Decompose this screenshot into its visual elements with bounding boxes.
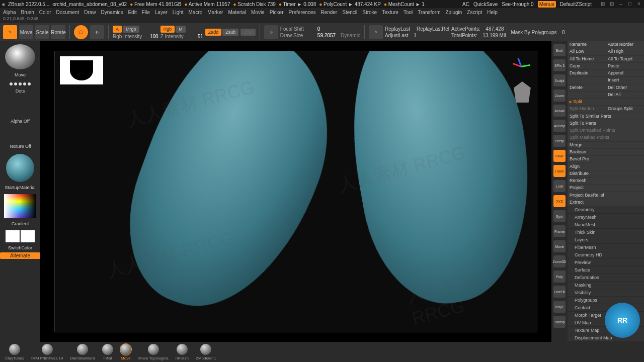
ricon-zoom3d[interactable]: Zoom3D — [553, 255, 566, 267]
menu-zplugin[interactable]: Zplugin — [446, 10, 462, 15]
seethrough-control[interactable]: See-through 0 — [502, 2, 533, 7]
ricon-zoom[interactable]: Zoom — [553, 89, 566, 102]
ricon-transp[interactable]: Transp — [553, 316, 566, 328]
rp-sub-masking[interactable]: Masking — [568, 282, 644, 289]
rp-duplicate[interactable]: Duplicate — [568, 70, 606, 77]
brush-move[interactable]: Move — [120, 344, 131, 360]
rgb-intensity-value[interactable]: 100 — [150, 34, 158, 39]
layout-icon[interactable]: ⊞ — [600, 1, 606, 7]
focal-shift-value[interactable]: 0 — [317, 26, 320, 32]
a-button[interactable]: A — [113, 26, 122, 33]
menu-movie[interactable]: Movie — [251, 10, 265, 15]
rp-del-other[interactable]: Del Other — [606, 84, 644, 92]
m-button[interactable]: M — [176, 26, 186, 33]
brush-imm-primitives[interactable]: IMM Primitives 14 — [31, 344, 63, 360]
rp-sub-fibermesh[interactable]: FiberMesh — [568, 244, 644, 251]
reference-thumbnail[interactable] — [60, 56, 103, 84]
brush-hpolish[interactable]: hPolish — [176, 344, 189, 360]
rp-split-hidden[interactable]: Split Hidden — [568, 106, 606, 113]
menu-macro[interactable]: Macro — [189, 10, 203, 15]
rp-split-unmasked-points[interactable]: Split Unmasked Points — [568, 127, 644, 134]
menu-file[interactable]: File — [142, 10, 150, 15]
rp-append[interactable]: Append — [606, 70, 644, 77]
ricon-xyz[interactable]: XYZ — [553, 195, 566, 207]
ricon-brsh[interactable]: Brsh — [553, 44, 566, 56]
menu-material[interactable]: Material — [228, 10, 246, 15]
draw-size-value[interactable]: 59.2057 — [317, 33, 336, 38]
rp-sub-visibility[interactable]: Visibility — [568, 289, 644, 297]
rp-distribute[interactable]: Distribute — [568, 170, 644, 177]
rp-sub-geometry[interactable]: Geometry — [568, 206, 644, 214]
rp-merge[interactable]: Merge — [568, 142, 644, 149]
brush-zmodeler[interactable]: ZModeler 1 — [196, 344, 216, 360]
rp-delete[interactable]: Delete — [568, 84, 606, 92]
scale-mode-icon[interactable]: Scale — [35, 25, 49, 39]
axis-gizmo[interactable] — [510, 55, 533, 78]
layout2-icon[interactable]: ⊟ — [609, 1, 615, 7]
move-mode-icon[interactable]: Move — [19, 25, 33, 39]
rotate-mode-icon[interactable]: Rotate — [51, 25, 65, 39]
menu-marker[interactable]: Marker — [207, 10, 223, 15]
replaylastrel-button[interactable]: ReplayLastRel — [417, 26, 449, 32]
rp-autoreorder[interactable]: AutoReorder — [606, 41, 644, 48]
rp-split-to-parts[interactable]: Split To Parts — [568, 120, 644, 127]
brush-inflat[interactable]: Inflat — [102, 344, 113, 360]
menu-alpha[interactable]: Alpha — [3, 10, 16, 15]
ricon-frame[interactable]: Frame — [553, 225, 566, 237]
focal-icon[interactable]: ◎ — [264, 25, 278, 39]
rp-sub-nanomesh[interactable]: NanoMesh — [568, 221, 644, 229]
rp-bevel-pro[interactable]: Bevel Pro — [568, 156, 644, 163]
rp-extract[interactable]: Extract — [568, 199, 644, 206]
sculptris-icon[interactable]: ◐ — [90, 25, 104, 39]
replaylast-button[interactable]: ReplayLast — [385, 26, 410, 32]
ricon-axhelp[interactable]: AxHelp — [553, 120, 566, 132]
menu-zscript[interactable]: Zscript — [467, 10, 482, 15]
rp-copy[interactable]: Copy — [568, 63, 606, 70]
material-swatch[interactable] — [6, 154, 34, 182]
rp-project-basrelief[interactable]: Project BasRelief — [568, 192, 644, 199]
rp-all-high[interactable]: All High — [606, 48, 644, 55]
ricon-poly[interactable]: Poly — [553, 270, 566, 283]
menu-transform[interactable]: Transform — [418, 10, 440, 15]
maximize-icon[interactable]: □ — [627, 1, 633, 7]
ricon-spix3[interactable]: SPix 3 — [553, 59, 566, 71]
mask-polygroups-value[interactable]: 0 — [562, 30, 565, 35]
rp-all-low[interactable]: All Low — [568, 48, 606, 55]
rp-split-masked-points[interactable]: Split Masked Points — [568, 134, 644, 141]
menu-stroke[interactable]: Stroke — [362, 10, 377, 15]
gradient-label[interactable]: Gradient — [12, 221, 29, 226]
rp-sub-displacement-map[interactable]: Displacement Map — [568, 334, 644, 342]
menu-tool[interactable]: Tool — [404, 10, 413, 15]
zcut-button[interactable]: Zcut — [240, 29, 256, 36]
minimize-icon[interactable]: – — [618, 1, 624, 7]
ricon-sculpt[interactable]: Sculpt — [553, 74, 566, 86]
rp-align[interactable]: Align — [568, 163, 644, 170]
menu-color[interactable]: Color — [39, 10, 51, 15]
color-swatches[interactable] — [6, 230, 35, 242]
switchcolor-label[interactable]: SwitchColor — [8, 245, 32, 250]
stroke-dots-icon[interactable] — [10, 82, 31, 85]
adjustlast-value[interactable]: 1 — [414, 33, 417, 38]
gizmo-icon[interactable]: ◯ — [74, 25, 88, 39]
rp-sub-geometry-hd[interactable]: Geometry HD — [568, 251, 644, 259]
menu-help[interactable]: Help — [487, 10, 498, 15]
mrgb-button[interactable]: Mrgb — [123, 26, 139, 33]
alternate-button[interactable]: Alternate — [0, 252, 40, 259]
viewport[interactable]: 人人素材 RRCG 人人素材 RRCG 人人素材 RRCG 人人素材 RRCG — [54, 51, 537, 332]
rp-split-to-similar-parts[interactable]: Split To Similar Parts — [568, 113, 644, 120]
menu-stencil[interactable]: Stencil — [342, 10, 357, 15]
rp-sub-arraymesh[interactable]: ArrayMesh — [568, 214, 644, 221]
rp-paste[interactable]: Paste — [606, 63, 644, 70]
menu-layer[interactable]: Layer — [155, 10, 168, 15]
rp-all-to-home[interactable]: All To Home — [568, 56, 606, 63]
quicksave-button[interactable]: QuickSave — [473, 2, 498, 7]
menu-dynamics[interactable]: Dynamics — [101, 10, 123, 15]
rp-project[interactable]: Project — [568, 185, 644, 192]
alpha-label[interactable]: Alpha Off — [11, 119, 29, 124]
brush-claytubes[interactable]: ClayTubes — [5, 344, 24, 360]
rp-all-to-target[interactable]: All To Target — [606, 56, 644, 63]
menu-picker[interactable]: Picker — [270, 10, 284, 15]
brush-move-topologica[interactable]: Move Topologica — [138, 344, 169, 360]
brush-swatch[interactable] — [5, 44, 35, 69]
rgb-button[interactable]: Rgb — [160, 26, 175, 33]
